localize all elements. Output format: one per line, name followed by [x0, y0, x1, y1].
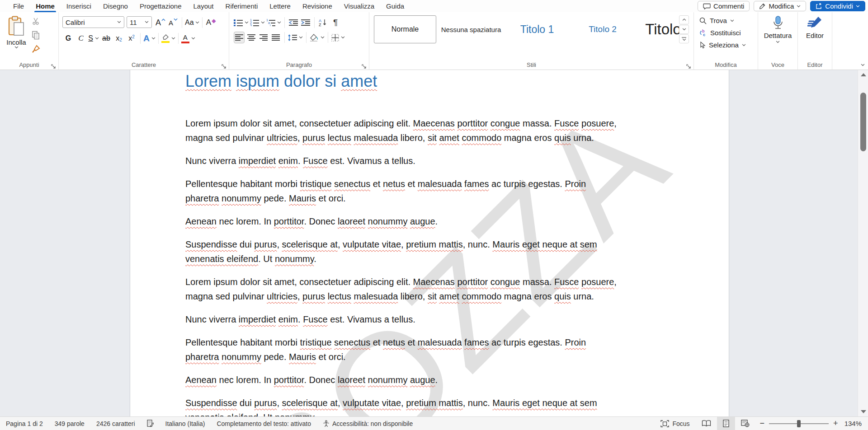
share-button[interactable]: Condividi	[810, 1, 865, 11]
menu-tab-lettere[interactable]: Lettere	[264, 0, 297, 12]
align-right-button[interactable]	[258, 32, 269, 43]
menu-tab-disegno[interactable]: Disegno	[97, 0, 134, 12]
subscript-button[interactable]: x2	[113, 32, 125, 45]
italic-button[interactable]: C	[75, 32, 87, 45]
text-segment: .	[435, 375, 438, 385]
text-prediction-status[interactable]: Completamento del testo: attivato	[211, 417, 317, 430]
shading-button[interactable]	[310, 32, 325, 43]
styles-scroll-down-button[interactable]	[679, 25, 689, 34]
sort-button[interactable]: AZ	[318, 17, 329, 28]
align-left-button[interactable]	[234, 32, 245, 43]
increase-indent-button[interactable]	[300, 17, 311, 28]
paragraph[interactable]: Suspendisse dui purus, scelerisque at, v…	[185, 396, 670, 416]
editing-mode-button[interactable]: Modifica	[754, 1, 806, 11]
highlight-color-button[interactable]	[161, 32, 175, 45]
menu-tab-visualizza[interactable]: Visualizza	[338, 0, 380, 12]
accessibility-status[interactable]: Accessibilità: non disponibile	[317, 417, 419, 430]
align-center-button[interactable]	[246, 32, 257, 43]
font-color-button[interactable]: A	[181, 32, 195, 45]
print-layout-button[interactable]	[717, 417, 735, 430]
page-count-status[interactable]: Pagina 1 di 2	[0, 417, 49, 430]
menu-tab-home[interactable]: Home	[30, 0, 61, 12]
language-status[interactable]: Italiano (Italia)	[160, 417, 211, 430]
replace-button[interactable]: bc Sostituisci	[699, 29, 741, 37]
paragraph[interactable]: Pellentesque habitant morbi tristique se…	[185, 335, 670, 364]
paragraph[interactable]: Nunc viverra imperdiet enim. Fusce est. …	[185, 312, 670, 327]
zoom-slider[interactable]	[769, 423, 829, 424]
style-card-normale[interactable]: Normale	[374, 15, 436, 43]
style-card-nessuna-spaziatura[interactable]: Nessuna spaziatura	[439, 15, 503, 43]
text-effects-button[interactable]: A	[143, 32, 156, 45]
document-page[interactable]: BOZZA Lorem ispum dolor si amet Lorem ip…	[130, 70, 729, 416]
styles-scroll-up-button[interactable]	[679, 15, 689, 24]
dictate-button[interactable]: Dettatura	[758, 16, 797, 43]
scroll-up-arrow[interactable]	[861, 73, 866, 76]
menu-tab-file[interactable]: File	[7, 0, 30, 12]
char-count-status[interactable]: 2426 caratteri	[90, 417, 141, 430]
scroll-down-arrow[interactable]	[861, 410, 866, 413]
paragraph[interactable]: Nunc viverra imperdiet enim. Fusce est. …	[185, 154, 670, 168]
zoom-out-button[interactable]: −	[760, 419, 765, 428]
borders-button[interactable]	[331, 32, 345, 43]
focus-mode-button[interactable]: Focus	[655, 417, 695, 430]
clipboard-dialog-launcher[interactable]	[51, 63, 56, 68]
editor-button[interactable]: Editor	[798, 16, 832, 39]
bullets-button[interactable]	[234, 17, 249, 28]
read-mode-button[interactable]	[696, 417, 717, 430]
text-segment: posuere	[581, 277, 614, 287]
styles-more-button[interactable]	[679, 34, 689, 43]
paragraph-dialog-launcher[interactable]	[362, 63, 367, 68]
document-body[interactable]: Lorem ipsum dolor sit amet, consectetuer…	[185, 116, 670, 416]
font-dialog-launcher[interactable]	[222, 63, 226, 68]
style-card-titolo-1[interactable]: Titolo 1	[506, 15, 568, 43]
web-layout-button[interactable]	[735, 417, 755, 430]
clear-formatting-button[interactable]: A◆	[205, 16, 217, 29]
numbering-button[interactable]: 123	[250, 17, 265, 28]
vertical-scrollbar[interactable]	[858, 70, 868, 416]
menu-tab-riferimenti[interactable]: Riferimenti	[220, 0, 264, 12]
bold-button[interactable]: G	[62, 32, 74, 45]
font-size-select[interactable]: 11	[127, 16, 152, 28]
menu-tab-progettazione[interactable]: Progettazione	[134, 0, 188, 12]
shrink-font-button[interactable]: A	[167, 16, 179, 29]
show-formatting-button[interactable]: ¶	[330, 17, 341, 28]
menu-tab-inserisci[interactable]: Inserisci	[61, 0, 97, 12]
copy-button[interactable]	[30, 30, 42, 41]
paragraph[interactable]: Suspendisse dui purus, scelerisque at, v…	[185, 237, 670, 266]
scrollbar-thumb[interactable]	[860, 93, 866, 151]
strikethrough-button[interactable]: ab	[100, 32, 112, 45]
select-button[interactable]: Seleziona	[699, 41, 746, 49]
paste-button[interactable]: Incolla	[5, 16, 28, 57]
collapse-ribbon-button[interactable]	[861, 60, 865, 68]
format-painter-button[interactable]	[30, 44, 42, 55]
grow-font-button[interactable]: A	[155, 16, 166, 29]
change-case-button[interactable]: Aa	[185, 16, 199, 29]
proofing-status[interactable]	[141, 417, 160, 430]
paragraph[interactable]: Aenean nec lorem. In porttitor. Donec la…	[185, 373, 670, 387]
line-spacing-button[interactable]	[288, 32, 303, 43]
paragraph[interactable]: Lorem ipsum dolor sit amet, consectetuer…	[185, 116, 670, 145]
cut-button[interactable]	[30, 16, 42, 27]
style-card-titolo-2[interactable]: Titolo 2	[571, 15, 634, 43]
find-button[interactable]: Trova	[699, 17, 734, 24]
font-name-select[interactable]: Calibri	[62, 16, 124, 28]
text-segment: Suspendisse	[185, 398, 237, 408]
word-count-status[interactable]: 349 parole	[49, 417, 90, 430]
menu-tab-guida[interactable]: Guida	[380, 0, 410, 12]
multilevel-list-button[interactable]: 1ai	[266, 17, 281, 28]
menu-tab-layout[interactable]: Layout	[188, 0, 220, 12]
zoom-slider-handle[interactable]	[797, 420, 801, 427]
underline-button[interactable]: S	[88, 32, 99, 45]
justify-button[interactable]	[270, 32, 281, 43]
menu-tab-revisione[interactable]: Revisione	[297, 0, 338, 12]
paragraph[interactable]: Lorem ipsum dolor sit amet, consectetuer…	[185, 275, 670, 304]
paragraph[interactable]: Aenean nec lorem. In porttitor. Donec la…	[185, 214, 670, 229]
styles-dialog-launcher[interactable]	[686, 63, 691, 68]
zoom-in-button[interactable]: +	[833, 419, 838, 428]
zoom-level[interactable]: 134%	[843, 420, 868, 427]
superscript-button[interactable]: x2	[126, 32, 137, 45]
document-title[interactable]: Lorem ispum dolor si amet	[185, 72, 670, 91]
decrease-indent-button[interactable]	[288, 17, 299, 28]
comments-button[interactable]: Commenti	[698, 1, 750, 11]
paragraph[interactable]: Pellentesque habitant morbi tristique se…	[185, 177, 670, 206]
